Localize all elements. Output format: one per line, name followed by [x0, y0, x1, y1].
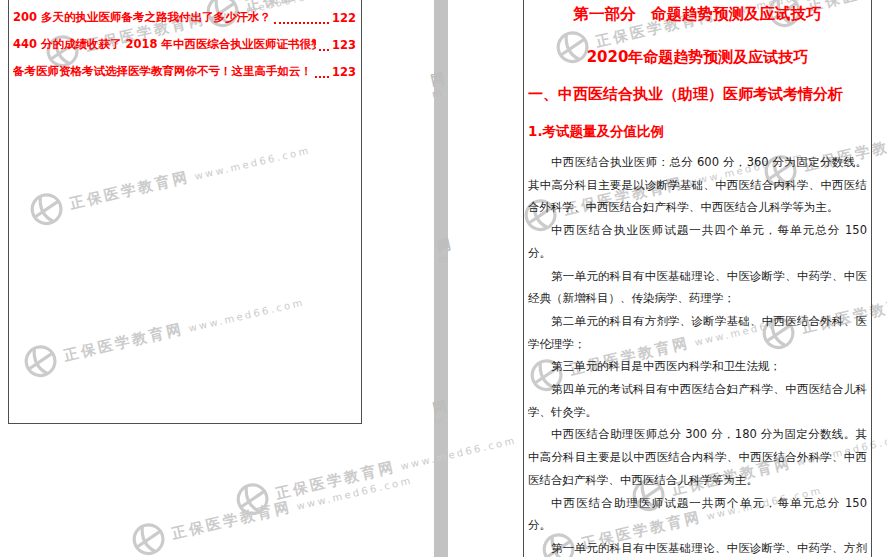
body-paragraph: 中西医结合执业医师试题一共四个单元，每单元总分 150 分。	[528, 219, 867, 264]
toc-item-label: 200 多天的执业医师备考之路我付出了多少汗水？	[13, 10, 271, 25]
body-paragraph: 第一单元的科目有中医基础理论、中医诊断学、中药学、中医经典（新增科目）、传染病学…	[528, 265, 867, 310]
toc-page-number: 123	[332, 38, 356, 52]
toc-page-number: 123	[332, 65, 356, 79]
toc-item[interactable]: 200 多天的执业医师备考之路我付出了多少汗水？ 122	[13, 4, 356, 31]
body-paragraph: 第二单元的科目有方剂学、诊断学基础、中西医结合外科、医学伦理学；	[528, 310, 867, 355]
med66-logo-icon	[128, 519, 169, 557]
toc-item-label: 备考医师资格考试选择医学教育网你不亏！这里高手如云！	[13, 64, 312, 79]
toc-item-label: 440 分的成绩收获了 2018 年中西医综合执业医师证书很赞！	[13, 37, 316, 52]
body-paragraph: 第三单元的科目是中西医内科学和卫生法规；	[528, 355, 867, 378]
watermark-brand-text: 正保医学教育网	[170, 498, 293, 541]
year-heading: 2020年命题趋势预测及应试技巧	[528, 47, 867, 67]
page-left: 200 多天的执业医师备考之路我付出了多少汗水？ 122 440 分的成绩收获了…	[8, 0, 362, 424]
dotted-leader	[274, 11, 329, 24]
watermark-partial: 网 m	[435, 237, 455, 266]
page-right: 第一部分 命题趋势预测及应试技巧 2020年命题趋势预测及应试技巧 一、中西医结…	[523, 0, 872, 557]
body-paragraph: 中西医结合助理医师试题一共两个单元，每单元总分 150 分。	[528, 492, 867, 537]
dotted-leader	[319, 38, 329, 51]
toc-item[interactable]: 备考医师资格考试选择医学教育网你不亏！这里高手如云！ 123	[13, 58, 356, 85]
toc-item[interactable]: 440 分的成绩收获了 2018 年中西医综合执业医师证书很赞！ 123	[13, 31, 356, 58]
body-paragraph: 第四单元的考试科目有中西医结合妇产科学、中西医结合儿科学、针灸学。	[528, 378, 867, 423]
body-paragraph: 中西医结合助理医师总分 300 分，180 分为固定分数线。其中高分科目主要是以…	[528, 423, 867, 491]
subsection-heading: 1.考试题量及分值比例	[528, 122, 867, 141]
body-paragraph: 中西医结合执业医师：总分 600 分，360 分为固定分数线。其中高分科目主要是…	[528, 151, 867, 219]
body-text: 中西医结合执业医师：总分 600 分，360 分为固定分数线。其中高分科目主要是…	[528, 151, 867, 557]
watermark-url-text: www.med66.com	[399, 434, 517, 471]
document-view: 正保医学教育网 www.med66.com 正保医学教育网 www.med66.…	[0, 0, 887, 557]
toc-list: 200 多天的执业医师备考之路我付出了多少汗水？ 122 440 分的成绩收获了…	[13, 4, 356, 85]
section-heading: 一、中西医结合执业（助理）医师考试考情分析	[528, 84, 867, 104]
part-heading: 第一部分 命题趋势预测及应试技巧	[528, 4, 867, 24]
dotted-leader	[315, 65, 329, 78]
toc-page-number: 122	[332, 11, 356, 25]
body-paragraph: 第一单元的科目有中医基础理论、中医诊断学、中药学、方剂学、针灸学、诊断学基础、药…	[528, 537, 867, 557]
